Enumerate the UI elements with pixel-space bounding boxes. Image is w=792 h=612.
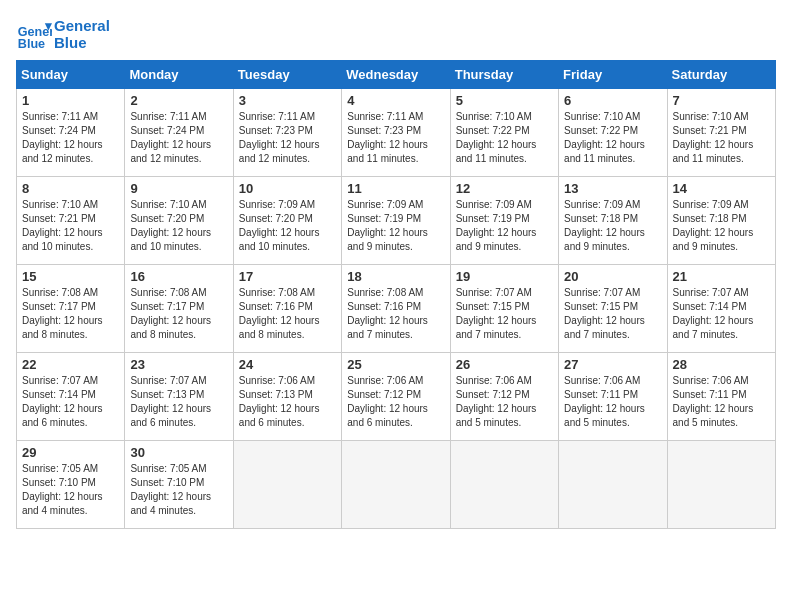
day-number: 6: [564, 93, 661, 108]
day-detail: Sunrise: 7:09 AM Sunset: 7:18 PM Dayligh…: [564, 198, 661, 254]
calendar-cell: 26 Sunrise: 7:06 AM Sunset: 7:12 PM Dayl…: [450, 353, 558, 441]
day-detail: Sunrise: 7:10 AM Sunset: 7:20 PM Dayligh…: [130, 198, 227, 254]
calendar-cell: 27 Sunrise: 7:06 AM Sunset: 7:11 PM Dayl…: [559, 353, 667, 441]
calendar-week-1: 1 Sunrise: 7:11 AM Sunset: 7:24 PM Dayli…: [17, 89, 776, 177]
calendar-cell: 23 Sunrise: 7:07 AM Sunset: 7:13 PM Dayl…: [125, 353, 233, 441]
day-number: 17: [239, 269, 336, 284]
day-number: 28: [673, 357, 770, 372]
day-number: 20: [564, 269, 661, 284]
day-number: 15: [22, 269, 119, 284]
page-header: General Blue GeneralBlue: [16, 16, 776, 52]
svg-text:Blue: Blue: [18, 37, 45, 51]
day-detail: Sunrise: 7:07 AM Sunset: 7:15 PM Dayligh…: [564, 286, 661, 342]
calendar-cell: 5 Sunrise: 7:10 AM Sunset: 7:22 PM Dayli…: [450, 89, 558, 177]
day-detail: Sunrise: 7:07 AM Sunset: 7:15 PM Dayligh…: [456, 286, 553, 342]
calendar-cell: [667, 441, 775, 529]
calendar-cell: 25 Sunrise: 7:06 AM Sunset: 7:12 PM Dayl…: [342, 353, 450, 441]
day-detail: Sunrise: 7:06 AM Sunset: 7:12 PM Dayligh…: [456, 374, 553, 430]
day-detail: Sunrise: 7:10 AM Sunset: 7:21 PM Dayligh…: [22, 198, 119, 254]
logo: General Blue GeneralBlue: [16, 16, 110, 52]
day-number: 18: [347, 269, 444, 284]
day-detail: Sunrise: 7:10 AM Sunset: 7:21 PM Dayligh…: [673, 110, 770, 166]
day-detail: Sunrise: 7:05 AM Sunset: 7:10 PM Dayligh…: [130, 462, 227, 518]
weekday-header-row: SundayMondayTuesdayWednesdayThursdayFrid…: [17, 61, 776, 89]
calendar-table: SundayMondayTuesdayWednesdayThursdayFrid…: [16, 60, 776, 529]
day-detail: Sunrise: 7:09 AM Sunset: 7:18 PM Dayligh…: [673, 198, 770, 254]
day-detail: Sunrise: 7:05 AM Sunset: 7:10 PM Dayligh…: [22, 462, 119, 518]
day-detail: Sunrise: 7:06 AM Sunset: 7:12 PM Dayligh…: [347, 374, 444, 430]
day-number: 27: [564, 357, 661, 372]
calendar-cell: 21 Sunrise: 7:07 AM Sunset: 7:14 PM Dayl…: [667, 265, 775, 353]
weekday-header-sunday: Sunday: [17, 61, 125, 89]
calendar-week-2: 8 Sunrise: 7:10 AM Sunset: 7:21 PM Dayli…: [17, 177, 776, 265]
calendar-cell: 1 Sunrise: 7:11 AM Sunset: 7:24 PM Dayli…: [17, 89, 125, 177]
calendar-cell: 13 Sunrise: 7:09 AM Sunset: 7:18 PM Dayl…: [559, 177, 667, 265]
day-detail: Sunrise: 7:09 AM Sunset: 7:19 PM Dayligh…: [456, 198, 553, 254]
calendar-cell: 24 Sunrise: 7:06 AM Sunset: 7:13 PM Dayl…: [233, 353, 341, 441]
calendar-cell: [450, 441, 558, 529]
day-number: 1: [22, 93, 119, 108]
day-number: 13: [564, 181, 661, 196]
day-number: 24: [239, 357, 336, 372]
calendar-cell: 17 Sunrise: 7:08 AM Sunset: 7:16 PM Dayl…: [233, 265, 341, 353]
weekday-header-friday: Friday: [559, 61, 667, 89]
calendar-cell: [233, 441, 341, 529]
calendar-cell: 18 Sunrise: 7:08 AM Sunset: 7:16 PM Dayl…: [342, 265, 450, 353]
calendar-cell: [342, 441, 450, 529]
calendar-cell: 7 Sunrise: 7:10 AM Sunset: 7:21 PM Dayli…: [667, 89, 775, 177]
day-number: 26: [456, 357, 553, 372]
day-number: 4: [347, 93, 444, 108]
calendar-week-5: 29 Sunrise: 7:05 AM Sunset: 7:10 PM Dayl…: [17, 441, 776, 529]
day-number: 29: [22, 445, 119, 460]
weekday-header-wednesday: Wednesday: [342, 61, 450, 89]
day-detail: Sunrise: 7:10 AM Sunset: 7:22 PM Dayligh…: [456, 110, 553, 166]
calendar-cell: 6 Sunrise: 7:10 AM Sunset: 7:22 PM Dayli…: [559, 89, 667, 177]
weekday-header-thursday: Thursday: [450, 61, 558, 89]
day-detail: Sunrise: 7:07 AM Sunset: 7:14 PM Dayligh…: [22, 374, 119, 430]
day-number: 5: [456, 93, 553, 108]
day-number: 11: [347, 181, 444, 196]
day-number: 19: [456, 269, 553, 284]
day-number: 3: [239, 93, 336, 108]
day-detail: Sunrise: 7:10 AM Sunset: 7:22 PM Dayligh…: [564, 110, 661, 166]
calendar-cell: 15 Sunrise: 7:08 AM Sunset: 7:17 PM Dayl…: [17, 265, 125, 353]
day-detail: Sunrise: 7:07 AM Sunset: 7:13 PM Dayligh…: [130, 374, 227, 430]
day-detail: Sunrise: 7:08 AM Sunset: 7:16 PM Dayligh…: [347, 286, 444, 342]
day-number: 2: [130, 93, 227, 108]
day-number: 25: [347, 357, 444, 372]
calendar-week-4: 22 Sunrise: 7:07 AM Sunset: 7:14 PM Dayl…: [17, 353, 776, 441]
calendar-cell: 29 Sunrise: 7:05 AM Sunset: 7:10 PM Dayl…: [17, 441, 125, 529]
weekday-header-monday: Monday: [125, 61, 233, 89]
day-detail: Sunrise: 7:11 AM Sunset: 7:24 PM Dayligh…: [22, 110, 119, 166]
weekday-header-tuesday: Tuesday: [233, 61, 341, 89]
calendar-cell: 12 Sunrise: 7:09 AM Sunset: 7:19 PM Dayl…: [450, 177, 558, 265]
day-number: 10: [239, 181, 336, 196]
day-number: 22: [22, 357, 119, 372]
day-detail: Sunrise: 7:06 AM Sunset: 7:11 PM Dayligh…: [564, 374, 661, 430]
day-number: 7: [673, 93, 770, 108]
day-number: 8: [22, 181, 119, 196]
day-number: 21: [673, 269, 770, 284]
calendar-cell: 14 Sunrise: 7:09 AM Sunset: 7:18 PM Dayl…: [667, 177, 775, 265]
day-detail: Sunrise: 7:06 AM Sunset: 7:11 PM Dayligh…: [673, 374, 770, 430]
calendar-cell: 4 Sunrise: 7:11 AM Sunset: 7:23 PM Dayli…: [342, 89, 450, 177]
calendar-cell: 22 Sunrise: 7:07 AM Sunset: 7:14 PM Dayl…: [17, 353, 125, 441]
day-number: 14: [673, 181, 770, 196]
calendar-cell: 2 Sunrise: 7:11 AM Sunset: 7:24 PM Dayli…: [125, 89, 233, 177]
day-number: 30: [130, 445, 227, 460]
day-detail: Sunrise: 7:11 AM Sunset: 7:23 PM Dayligh…: [347, 110, 444, 166]
calendar-cell: 30 Sunrise: 7:05 AM Sunset: 7:10 PM Dayl…: [125, 441, 233, 529]
calendar-cell: 9 Sunrise: 7:10 AM Sunset: 7:20 PM Dayli…: [125, 177, 233, 265]
day-number: 9: [130, 181, 227, 196]
calendar-cell: 11 Sunrise: 7:09 AM Sunset: 7:19 PM Dayl…: [342, 177, 450, 265]
logo-text: GeneralBlue: [54, 17, 110, 52]
logo-icon: General Blue: [16, 16, 52, 52]
calendar-cell: 10 Sunrise: 7:09 AM Sunset: 7:20 PM Dayl…: [233, 177, 341, 265]
calendar-cell: 3 Sunrise: 7:11 AM Sunset: 7:23 PM Dayli…: [233, 89, 341, 177]
calendar-cell: 19 Sunrise: 7:07 AM Sunset: 7:15 PM Dayl…: [450, 265, 558, 353]
day-detail: Sunrise: 7:09 AM Sunset: 7:19 PM Dayligh…: [347, 198, 444, 254]
day-detail: Sunrise: 7:08 AM Sunset: 7:17 PM Dayligh…: [22, 286, 119, 342]
day-detail: Sunrise: 7:09 AM Sunset: 7:20 PM Dayligh…: [239, 198, 336, 254]
day-detail: Sunrise: 7:07 AM Sunset: 7:14 PM Dayligh…: [673, 286, 770, 342]
calendar-cell: 16 Sunrise: 7:08 AM Sunset: 7:17 PM Dayl…: [125, 265, 233, 353]
